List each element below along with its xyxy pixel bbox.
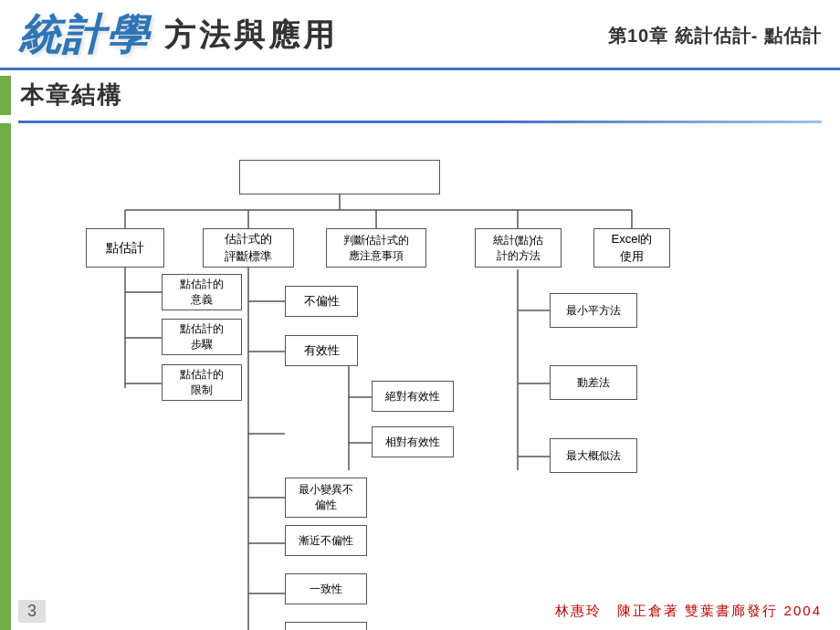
n2d-box: 漸近不偏性 <box>285 525 367 556</box>
n2b1-box: 絕對有效性 <box>372 381 454 412</box>
tree-diagram: 點估計 估計式的 評斷標準 判斷估計式的 應注意事項 統計(點)估 計的方法 E… <box>29 132 822 630</box>
title-sub: 方法與應用 <box>164 15 338 57</box>
n1c-box: 點估計的 限制 <box>162 364 242 401</box>
n2c-box: 最小變異不 偏性 <box>285 478 367 518</box>
main-area: 點估計 估計式的 評斷標準 判斷估計式的 應注意事項 統計(點)估 計的方法 E… <box>0 123 840 630</box>
root-box <box>239 160 440 194</box>
left-bar <box>0 123 11 630</box>
footer-credit: 林惠玲 陳正倉著 雙葉書廊發行 2004 <box>555 603 822 620</box>
n2-box: 估計式的 評斷標準 <box>203 228 294 268</box>
n1a-box: 點估計的 意義 <box>162 274 242 310</box>
n1-box: 點估計 <box>86 228 164 268</box>
n4c-box: 最大概似法 <box>550 438 637 473</box>
page-number: 3 <box>18 600 46 623</box>
n2b2-box: 相對有效性 <box>372 426 454 457</box>
content-area: 點估計 估計式的 評斷標準 判斷估計式的 應注意事項 統計(點)估 計的方法 E… <box>11 123 840 630</box>
chapter-title: 第10章 統計估計- 點估計 <box>608 24 822 48</box>
n4a-box: 最小平方法 <box>550 293 637 328</box>
n3-box: 判斷估計式的 應注意事項 <box>326 228 426 268</box>
n5-box: Excel的 使用 <box>593 228 670 268</box>
n2b-box: 有效性 <box>285 335 358 366</box>
n2a-box: 不偏性 <box>285 286 358 317</box>
green-bar <box>0 76 11 115</box>
n4b-box: 動差法 <box>550 365 637 400</box>
title-kanji: 統計學 <box>18 7 150 64</box>
n1b-box: 點估計的 步驟 <box>162 319 242 355</box>
header: 統計學 方法與應用 第10章 統計估計- 點估計 <box>0 0 840 70</box>
section-header: 本章結構 <box>0 70 840 121</box>
footer: 3 林惠玲 陳正倉著 雙葉書廊發行 2004 <box>0 600 840 623</box>
section-title: 本章結構 <box>20 76 122 115</box>
n2f-box: 充分性 <box>285 622 367 630</box>
n4-box: 統計(點)估 計的方法 <box>475 228 562 268</box>
